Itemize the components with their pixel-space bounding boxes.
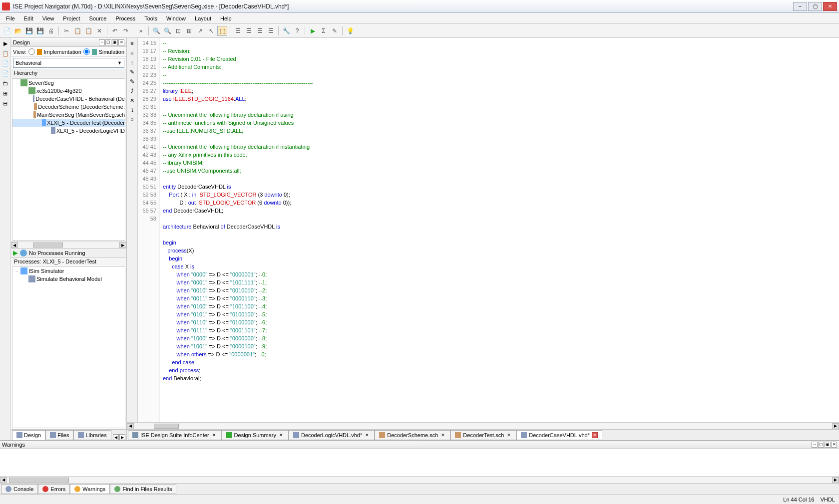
menu-view[interactable]: View (38, 14, 58, 22)
sidebar-tab-files[interactable]: Files (45, 430, 73, 440)
sidebar-tab-design[interactable]: Design (12, 430, 45, 440)
side-icon-3[interactable]: 📄 (1, 59, 10, 68)
tab-nav-right[interactable]: ▶ (119, 434, 125, 440)
edit-icon-9[interactable]: ○ (128, 115, 137, 124)
processes-tree[interactable]: -ISim SimulatorSimulate Behavioral Model (12, 266, 125, 429)
scroll-thumb[interactable] (33, 243, 63, 248)
panel-close-icon[interactable]: ✕ (831, 442, 837, 448)
bottom-tab-find-in-files-results[interactable]: Find in Files Results (110, 484, 176, 494)
sim-combo[interactable]: Behavioral ▼ (13, 58, 124, 68)
process-row[interactable]: Simulate Behavioral Model (12, 275, 125, 283)
bottom-panel-body[interactable] (0, 449, 839, 476)
process-row[interactable]: -ISim Simulator (12, 267, 125, 275)
synth-button[interactable]: Σ (319, 26, 329, 36)
panel-max-icon[interactable]: ▣ (112, 39, 118, 45)
close-button[interactable]: ✕ (823, 2, 837, 11)
scroll-right-button[interactable]: ▶ (119, 242, 126, 248)
sidebar-tab-libraries[interactable]: Libraries (73, 430, 111, 440)
edit-icon-4[interactable]: ✎ (128, 67, 137, 76)
menu-process[interactable]: Process (111, 14, 139, 22)
menu-file[interactable]: File (2, 14, 19, 22)
tree-row[interactable]: -XLXI_5 - DecoderTest (Decoder (12, 119, 125, 127)
side-icon-4[interactable]: 📄 (1, 69, 10, 78)
tree-row[interactable]: -xc3s1200e-4fg320 (12, 87, 125, 95)
panel-max-icon[interactable]: ▣ (825, 442, 831, 448)
simulation-radio[interactable] (83, 48, 90, 55)
menu-layout[interactable]: Layout (191, 14, 215, 22)
side-icon-2[interactable]: 📋 (1, 49, 10, 58)
zoom-out-button[interactable]: 🔍 (162, 26, 172, 36)
hierarchy-tree[interactable]: -SevenSeg-xc3s1200e-4fg320DecoderCaseVHD… (12, 78, 125, 241)
implementation-radio[interactable] (28, 48, 35, 55)
nav-button[interactable]: ↗ (195, 26, 205, 36)
menu-tools[interactable]: Tools (140, 14, 161, 22)
editor-tab[interactable]: DecoderTest.sch✕ (450, 430, 516, 440)
more-button[interactable]: » (136, 26, 146, 36)
zoom-area-button[interactable]: ⊞ (184, 26, 194, 36)
editor-tab[interactable]: ISE Design Suite InfoCenter✕ (128, 430, 222, 440)
editor-tab[interactable]: DecoderLogicVHDL.vhd*✕ (289, 430, 375, 440)
impl-button[interactable]: ✎ (330, 26, 340, 36)
scroll-thumb[interactable] (154, 424, 179, 429)
side-icon-6[interactable]: ⊞ (1, 89, 10, 98)
edit-icon-5[interactable]: ✎ (128, 77, 137, 86)
tree-row[interactable]: -SevenSeg (12, 79, 125, 87)
editor-tab[interactable]: DecoderScheme.sch✕ (375, 430, 450, 440)
layout2-button[interactable]: ☰ (244, 26, 254, 36)
zoom-in-button[interactable]: 🔍 (151, 26, 161, 36)
bottom-tab-warnings[interactable]: Warnings (70, 484, 110, 494)
layout4-button[interactable]: ☰ (266, 26, 276, 36)
help-context-button[interactable]: ? (292, 26, 302, 36)
menu-project[interactable]: Project (59, 14, 84, 22)
copy-button[interactable]: 📋 (72, 26, 82, 36)
settings-button[interactable]: 🔧 (281, 26, 291, 36)
panel-float-icon[interactable]: ▢ (818, 442, 824, 448)
paste-button[interactable]: 📋 (83, 26, 93, 36)
side-icon-7[interactable]: ⊟ (1, 99, 10, 108)
scroll-right-button[interactable]: ▶ (832, 477, 839, 483)
panel-arrow-icon[interactable]: ↔ (99, 39, 105, 45)
side-icon-1[interactable]: ▶ (1, 39, 10, 48)
menu-window[interactable]: Window (162, 14, 190, 22)
scroll-left-button[interactable]: ◀ (127, 423, 134, 429)
new-button[interactable]: 📄 (2, 26, 12, 36)
tip-button[interactable]: 💡 (345, 26, 355, 36)
scroll-thumb[interactable] (9, 478, 69, 483)
maximize-button[interactable]: ▢ (808, 2, 822, 11)
bottom-hscroll[interactable]: ◀ ▶ (0, 476, 839, 483)
zoom-fit-button[interactable]: ⊡ (173, 26, 183, 36)
save-button[interactable]: 💾 (24, 26, 34, 36)
scroll-left-button[interactable]: ◀ (11, 242, 18, 248)
edit-icon-3[interactable]: ↕ (128, 58, 137, 67)
tab-nav-left[interactable]: ◀ (113, 434, 119, 440)
edit-icon-2[interactable]: ≡ (128, 48, 137, 57)
select-button[interactable]: ↖ (206, 26, 216, 36)
tab-close-icon[interactable]: ✕ (364, 432, 370, 438)
tab-close-icon[interactable]: ✕ (440, 432, 446, 438)
tab-close-icon[interactable]: ✕ (278, 432, 284, 438)
menu-source[interactable]: Source (85, 14, 111, 22)
edit-icon-8[interactable]: ⤵ (128, 105, 137, 114)
editor-tab[interactable]: DecoderCaseVHDL.vhd*✕ (516, 430, 602, 440)
scroll-right-button[interactable]: ▶ (832, 423, 839, 429)
pan-button[interactable]: ⬚ (217, 26, 227, 36)
refresh-icon[interactable] (20, 250, 27, 256)
bottom-tab-errors[interactable]: Errors (38, 484, 70, 494)
layout3-button[interactable]: ☰ (255, 26, 265, 36)
bottom-tab-console[interactable]: Console (1, 484, 38, 494)
panel-close-icon[interactable]: ✕ (118, 39, 124, 45)
menu-edit[interactable]: Edit (20, 14, 37, 22)
tree-hscroll[interactable]: ◀ ▶ (11, 242, 126, 249)
tab-close-icon[interactable]: ✕ (592, 432, 598, 438)
scroll-left-button[interactable]: ◀ (0, 477, 7, 483)
tree-row[interactable]: DecoderCaseVHDL - Behavioral (De (12, 95, 125, 103)
editor-tab[interactable]: Design Summary✕ (222, 430, 289, 440)
panel-arrow-icon[interactable]: ↔ (812, 442, 818, 448)
layout1-button[interactable]: ☰ (233, 26, 243, 36)
tab-close-icon[interactable]: ✕ (211, 432, 217, 438)
editor-hscroll[interactable]: ◀ ▶ (127, 422, 839, 429)
tree-row[interactable]: -MainSevenSeg (MainSevenSeg.sch (12, 111, 125, 119)
menu-help[interactable]: Help (216, 14, 236, 22)
code-content[interactable]: -- -- Revision: -- Revision 0.01 - File … (160, 38, 839, 422)
print-button[interactable]: 🖨 (46, 26, 56, 36)
